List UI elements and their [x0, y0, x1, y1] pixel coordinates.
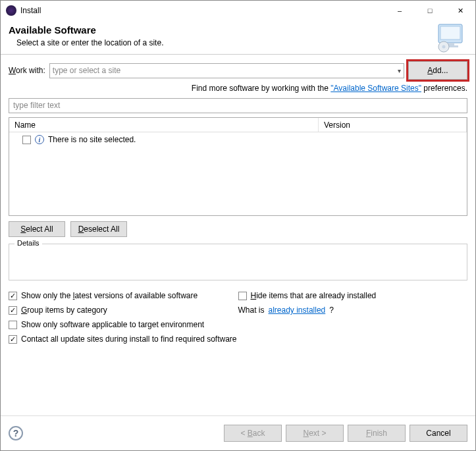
- window-title: Install: [20, 6, 384, 15]
- finish-button[interactable]: Finish: [348, 425, 406, 442]
- maximize-button[interactable]: □: [415, 1, 445, 20]
- help-icon[interactable]: ?: [9, 426, 23, 440]
- deselect-all-button[interactable]: Deselect All: [70, 221, 127, 237]
- filter-placeholder: type filter text: [13, 101, 60, 110]
- opt-applicable-env[interactable]: Show only software applicable to target …: [9, 320, 238, 329]
- svg-point-5: [442, 45, 446, 49]
- minimize-button[interactable]: –: [384, 1, 415, 20]
- already-installed-link[interactable]: already installed: [269, 305, 326, 315]
- column-name[interactable]: Name: [9, 118, 319, 132]
- empty-message: There is no site selected.: [48, 135, 136, 144]
- checkbox-icon: [9, 321, 17, 329]
- checkbox-icon: [9, 292, 17, 300]
- close-button[interactable]: ✕: [445, 1, 475, 20]
- next-button[interactable]: Next >: [286, 425, 344, 442]
- software-table[interactable]: Name Version i There is no site selected…: [9, 117, 467, 216]
- sites-hint: Find more software by working with the "…: [9, 84, 467, 93]
- install-banner-icon: [435, 22, 466, 55]
- svg-rect-1: [440, 26, 460, 40]
- details-legend: Details: [14, 239, 42, 247]
- checkbox-icon: [9, 306, 17, 315]
- filter-input[interactable]: type filter text: [9, 98, 467, 113]
- info-icon: i: [35, 135, 44, 144]
- row-checkbox[interactable]: [22, 136, 31, 144]
- opt-contact-sites[interactable]: Contact all update sites during install …: [9, 334, 238, 344]
- work-with-label: Work with:: [9, 66, 45, 75]
- available-sites-link[interactable]: "Available Software Sites": [331, 84, 421, 93]
- what-is-installed: What is already installed?: [238, 305, 468, 315]
- wizard-header: Available Software Select a site or ente…: [1, 20, 475, 55]
- page-subtitle: Select a site or enter the location of a…: [16, 38, 163, 47]
- details-group: Details: [9, 244, 467, 280]
- checkbox-icon: [9, 335, 17, 344]
- cancel-button[interactable]: Cancel: [410, 425, 467, 442]
- column-version[interactable]: Version: [319, 118, 467, 132]
- checkbox-icon: [238, 292, 247, 300]
- table-header: Name Version: [9, 118, 467, 132]
- titlebar: Install – □ ✕: [1, 1, 475, 20]
- table-row: i There is no site selected.: [9, 132, 467, 147]
- chevron-down-icon: ▾: [398, 67, 401, 74]
- back-button[interactable]: < Back: [224, 425, 282, 442]
- work-with-placeholder: type or select a site: [53, 66, 120, 75]
- wizard-footer: ? < Back Next > Finish Cancel: [1, 416, 475, 450]
- opt-group-category[interactable]: Group items by category: [9, 305, 238, 315]
- opt-hide-installed[interactable]: Hide items that are already installed: [238, 291, 468, 300]
- app-icon: [6, 5, 16, 16]
- work-with-combo[interactable]: type or select a site ▾: [49, 63, 404, 78]
- opt-show-latest[interactable]: Show only the latest versions of availab…: [9, 291, 238, 300]
- page-title: Available Software: [9, 24, 163, 36]
- select-all-button[interactable]: Select All: [9, 221, 65, 237]
- add-button[interactable]: Add...: [408, 61, 467, 80]
